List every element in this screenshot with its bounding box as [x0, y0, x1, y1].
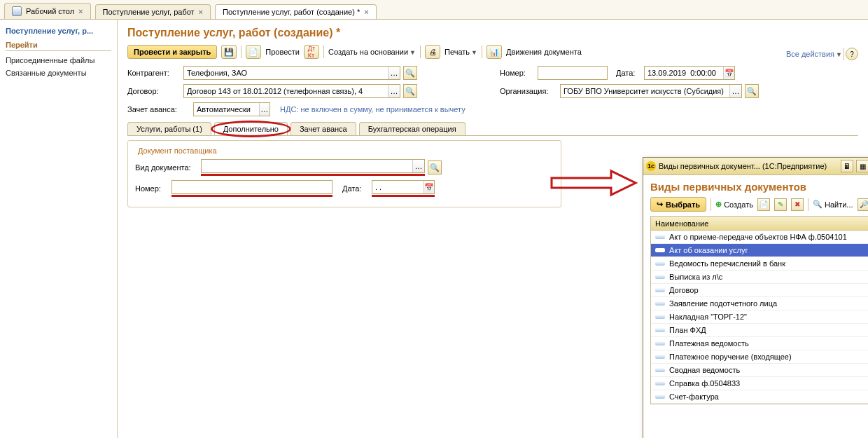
tool-icon[interactable]: ▦: [856, 160, 868, 172]
table-row[interactable]: План ФХД: [651, 324, 868, 337]
table-row[interactable]: Заявление подотчетного лица: [651, 297, 868, 310]
choose-icon[interactable]: …: [259, 103, 270, 116]
close-icon[interactable]: ×: [78, 7, 83, 15]
table-row[interactable]: Договор: [651, 284, 868, 297]
doc-date-label: Дата:: [342, 184, 369, 193]
table-row[interactable]: Сводная ведомость: [651, 364, 868, 377]
table-row[interactable]: Платежная ведомость: [651, 337, 868, 350]
choose-icon[interactable]: …: [412, 160, 424, 172]
doc-type-field[interactable]: [202, 160, 412, 172]
tab-additional[interactable]: Дополнительно: [214, 122, 288, 135]
number-input[interactable]: [538, 66, 608, 80]
side-link-related[interactable]: Связанные документы: [6, 67, 111, 79]
clear-filter-icon[interactable]: 🔎: [858, 198, 869, 211]
tab-doc2-label: Поступление услуг, работ (создание) *: [223, 8, 360, 16]
create-button[interactable]: ⊕Создать: [715, 200, 753, 209]
table-header[interactable]: Наименование ≛ ▲: [651, 217, 868, 231]
report-icon[interactable]: 📊: [486, 45, 502, 59]
table-row[interactable]: Акт об оказании услуг: [651, 244, 868, 257]
tab-accounting[interactable]: Бухгалтерская операция: [359, 122, 465, 135]
date-input[interactable]: 📅: [644, 66, 735, 80]
movements-button[interactable]: Движения документа: [506, 48, 582, 56]
advance-field[interactable]: [194, 103, 259, 116]
number-label: Номер:: [500, 69, 535, 77]
post-and-close-button[interactable]: Провести и закрыть: [127, 45, 217, 59]
tab-services[interactable]: Услуги, работы (1): [127, 122, 211, 135]
doc-date-field[interactable]: [372, 181, 424, 193]
find-button[interactable]: 🔍Найти...: [813, 200, 853, 209]
row-label: Справка ф.0504833: [669, 379, 740, 388]
create-based-button[interactable]: Создать на основании▼: [328, 48, 416, 56]
tab-doc2[interactable]: Поступление услуг, работ (создание) * ×: [215, 4, 377, 19]
doc-type-input[interactable]: …: [201, 159, 425, 173]
side-go[interactable]: Перейти: [6, 41, 111, 51]
row-icon: [655, 301, 665, 306]
doc-num-field[interactable]: [172, 181, 332, 193]
magnifier-icon[interactable]: 🔍: [745, 84, 759, 98]
row-icon: [655, 235, 665, 239]
calendar-icon[interactable]: 📅: [424, 181, 434, 193]
copy-icon[interactable]: 📄: [757, 198, 770, 211]
date-label: Дата:: [616, 69, 641, 77]
magnifier-icon[interactable]: 🔍: [403, 84, 417, 98]
row-icon: [655, 341, 665, 345]
table-row[interactable]: Акт о приеме-передаче объектов НФА ф.050…: [651, 231, 868, 244]
all-actions-link[interactable]: Все действия▼: [786, 50, 842, 58]
supplier-doc-group: Документ поставщика Вид документа: … 🔍 Н…: [127, 140, 561, 207]
row-icon: [655, 288, 665, 292]
table-row[interactable]: Ведомость перечислений в банк: [651, 257, 868, 271]
close-icon[interactable]: ×: [199, 8, 203, 16]
dialog-heading: Виды первичных документов: [650, 181, 868, 193]
post-icon[interactable]: 📄: [246, 45, 261, 59]
contract-input[interactable]: …: [183, 84, 400, 98]
choose-button[interactable]: ↪Выбрать: [650, 197, 706, 212]
tab-advance[interactable]: Зачет аванса: [290, 122, 356, 135]
table-row[interactable]: Платежное поручение (входящее): [651, 350, 868, 364]
row-label: Счет-фактура: [669, 392, 719, 401]
form-tabs: Услуги, работы (1) Дополнительно Зачет а…: [127, 122, 858, 136]
side-panel: Поступление услуг, р... Перейти Присоеди…: [0, 20, 118, 438]
delete-icon[interactable]: ✖: [791, 198, 804, 211]
tab-desktop[interactable]: Рабочий стол ×: [4, 3, 91, 19]
row-label: Платежное поручение (входящее): [669, 353, 792, 361]
print-button[interactable]: Печать▼: [444, 48, 477, 56]
tool-icon[interactable]: 🖩: [841, 160, 853, 172]
org-field[interactable]: [561, 85, 729, 97]
contractor-field[interactable]: [184, 67, 388, 79]
calendar-icon[interactable]: 📅: [723, 67, 734, 79]
edit-icon[interactable]: ✎: [774, 198, 787, 211]
main-toolbar: Провести и закрыть 💾 📄 Провести ДтКт Соз…: [127, 45, 858, 59]
choose-icon[interactable]: …: [388, 67, 400, 79]
magnifier-icon[interactable]: 🔍: [403, 66, 417, 80]
doc-date-input[interactable]: 📅: [372, 180, 435, 194]
magnifier-icon[interactable]: 🔍: [428, 160, 442, 174]
date-field[interactable]: [645, 67, 723, 79]
table-row[interactable]: Выписка из л\с: [651, 271, 868, 284]
dtkt-icon[interactable]: ДтКт: [304, 45, 319, 59]
help-icon[interactable]: ?: [846, 48, 858, 60]
tab-doc1[interactable]: Поступление услуг, работ ×: [95, 4, 211, 19]
primary-doc-types-dialog: 1c Виды первичных документ... (1С:Предпр…: [643, 157, 868, 438]
vat-link[interactable]: НДС: не включен в сумму, не принимается …: [280, 105, 465, 114]
side-link-attachments[interactable]: Присоединенные файлы: [6, 54, 111, 67]
choose-icon[interactable]: …: [729, 85, 741, 97]
table-row[interactable]: Накладная "ТОРГ-12": [651, 310, 868, 324]
close-icon[interactable]: ×: [364, 8, 368, 16]
org-input[interactable]: …: [560, 84, 742, 98]
column-header: Наименование: [655, 219, 708, 228]
printer-icon[interactable]: 🖨: [425, 45, 440, 59]
choose-icon[interactable]: …: [388, 85, 400, 97]
save-icon[interactable]: 💾: [221, 45, 237, 59]
row-label: Накладная "ТОРГ-12": [669, 313, 747, 321]
number-field[interactable]: [538, 67, 607, 79]
separator: [482, 46, 482, 58]
contractor-input[interactable]: …: [183, 66, 400, 80]
doc-num-input[interactable]: [172, 180, 332, 194]
dialog-title-bar[interactable]: 1c Виды первичных документ... (1С:Предпр…: [643, 158, 868, 175]
post-button[interactable]: Провести: [265, 48, 300, 56]
contract-field[interactable]: [184, 85, 388, 97]
table-row[interactable]: Счет-фактура: [651, 390, 868, 404]
table-row[interactable]: Справка ф.0504833: [651, 377, 868, 390]
contractor-label: Контрагент:: [127, 69, 181, 77]
advance-input[interactable]: …: [193, 102, 270, 116]
